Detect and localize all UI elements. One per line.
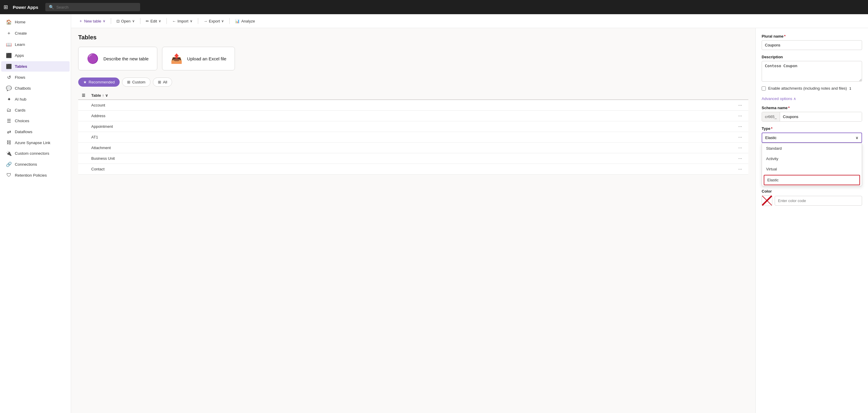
all-icon: ⊞ — [158, 80, 161, 84]
table-col-name[interactable]: Table ↑ ∨ — [91, 93, 745, 98]
table-row[interactable]: Contact ⋯ — [78, 164, 748, 175]
sidebar-item-home[interactable]: 🏠 Home — [1, 17, 70, 27]
row-more-icon[interactable]: ⋯ — [735, 156, 745, 161]
sidebar-item-azure-synapse[interactable]: ⛓ Azure Synapse Link — [1, 138, 70, 148]
sort-toggle-icon[interactable]: ∨ — [105, 93, 108, 98]
upload-excel-label: Upload an Excel file — [187, 56, 227, 61]
sidebar-item-ai-hub[interactable]: ✦ AI hub — [1, 94, 70, 104]
table-row[interactable]: Address ⋯ — [78, 111, 748, 121]
sidebar-item-label: Home — [15, 20, 26, 24]
description-textarea[interactable] — [762, 61, 862, 82]
cards-icon: 🗂 — [6, 107, 12, 113]
flows-icon: ↺ — [6, 74, 12, 80]
sidebar-item-retention-policies[interactable]: 🛡 Retention Policies — [1, 170, 70, 180]
describe-table-card[interactable]: 🟣 Describe the new table — [78, 47, 157, 70]
tab-all[interactable]: ⊞ All — [153, 77, 172, 87]
type-dropdown-trigger[interactable]: Elastic ∨ — [762, 133, 862, 143]
sidebar-item-dataflows[interactable]: ⇄ Dataflows — [1, 127, 70, 137]
sidebar-item-label: Apps — [15, 53, 24, 58]
tab-recommended[interactable]: ★ Recommended — [78, 77, 120, 87]
sidebar-item-create[interactable]: ＋ Create — [1, 28, 70, 39]
new-table-button[interactable]: ＋ New table ∨ — [76, 16, 108, 26]
sidebar-item-apps[interactable]: ⬛ Apps — [1, 50, 70, 61]
sidebar-item-tables[interactable]: ⬛ Tables — [1, 61, 70, 72]
custom-icon: ⊞ — [127, 80, 130, 84]
open-button[interactable]: ⊡ Open ∨ — [114, 17, 138, 25]
table-row[interactable]: Appointment ⋯ — [78, 121, 748, 132]
search-icon: 🔍 — [49, 5, 54, 9]
sidebar-item-label: Chatbots — [15, 86, 31, 91]
sidebar-item-label: AI hub — [15, 97, 26, 101]
grid-icon[interactable]: ⊞ — [4, 4, 8, 10]
chevron-up-icon: ∧ — [793, 97, 796, 101]
right-panel: Plural name* Description Enable attachme… — [755, 28, 868, 413]
toolbar-divider — [111, 18, 111, 24]
attachments-row: Enable attachments (including notes and … — [762, 86, 862, 91]
search-bar[interactable]: 🔍 — [45, 3, 140, 11]
plus-icon: ＋ — [79, 18, 83, 24]
schema-name-input[interactable] — [780, 112, 862, 121]
edit-icon: ✏ — [146, 19, 149, 23]
import-button[interactable]: ← Import ∨ — [169, 17, 195, 25]
toolbar-divider-3 — [166, 18, 167, 24]
plural-name-input[interactable] — [762, 40, 862, 50]
sidebar-item-label: Dataflows — [15, 130, 32, 134]
row-more-icon[interactable]: ⋯ — [735, 124, 745, 129]
upload-excel-card[interactable]: 📤 Upload an Excel file — [162, 47, 235, 70]
analyze-button[interactable]: 📊 Analyze — [232, 17, 258, 25]
row-more-icon[interactable]: ⋯ — [735, 114, 745, 118]
table-row[interactable]: AT1 ⋯ — [78, 132, 748, 143]
type-option-activity[interactable]: Activity — [762, 153, 862, 164]
row-more-icon[interactable]: ⋯ — [735, 145, 745, 150]
sidebar-item-flows[interactable]: ↺ Flows — [1, 72, 70, 82]
search-input[interactable] — [56, 5, 136, 9]
home-icon: 🏠 — [6, 19, 12, 25]
tables-content: Tables 🟣 Describe the new table 📤 Upload… — [71, 28, 755, 413]
sidebar-item-connections[interactable]: 🔗 Connections — [1, 159, 70, 170]
required-star: * — [784, 34, 786, 38]
edit-button[interactable]: ✏ Edit ∨ — [143, 17, 164, 25]
attachments-label: Enable attachments (including notes and … — [768, 86, 847, 91]
dropdown-chevron-icon: ∨ — [856, 136, 859, 140]
schema-prefix: cr665_ — [762, 112, 780, 121]
row-more-icon[interactable]: ⋯ — [735, 167, 745, 171]
sidebar-item-choices[interactable]: ☰ Choices — [1, 116, 70, 126]
advanced-options-toggle[interactable]: Advanced options ∧ — [762, 97, 796, 101]
sidebar-item-custom-connectors[interactable]: 🔌 Custom connectors — [1, 148, 70, 159]
type-option-virtual[interactable]: Virtual — [762, 164, 862, 174]
toolbar-divider-2 — [140, 18, 141, 24]
required-star-2: * — [788, 106, 789, 110]
sidebar-item-label: Connections — [15, 162, 37, 167]
card-options-row: 🟣 Describe the new table 📤 Upload an Exc… — [78, 47, 748, 70]
color-row — [762, 195, 862, 206]
sidebar-item-learn[interactable]: 📖 Learn — [1, 39, 70, 50]
type-dropdown: Elastic ∨ Standard Activity Virtual Elas… — [762, 133, 862, 143]
row-more-icon[interactable]: ⋯ — [735, 103, 745, 107]
type-option-standard[interactable]: Standard — [762, 143, 862, 153]
row-more-icon[interactable]: ⋯ — [735, 135, 745, 139]
table-row[interactable]: Account ⋯ — [78, 100, 748, 111]
tab-custom[interactable]: ⊞ Custom — [122, 77, 151, 87]
describe-icon: 🟣 — [87, 53, 99, 64]
azure-synapse-icon: ⛓ — [6, 140, 12, 145]
attachments-superscript: 1 — [849, 87, 851, 90]
open-icon: ⊡ — [117, 19, 120, 23]
attachments-checkbox[interactable] — [762, 87, 766, 91]
schema-name-row: cr665_ — [762, 112, 862, 122]
sidebar-item-chatbots[interactable]: 💬 Chatbots — [1, 83, 70, 94]
color-code-input[interactable] — [775, 196, 862, 206]
chevron-down-icon-3: ∨ — [158, 19, 161, 23]
export-icon: → — [204, 19, 207, 23]
table-row[interactable]: Business Unit ⋯ — [78, 153, 748, 164]
import-icon: ← — [172, 19, 176, 23]
layout: 🏠 Home ＋ Create 📖 Learn ⬛ Apps ⬛ Tables … — [0, 14, 868, 413]
ai-hub-icon: ✦ — [6, 97, 12, 102]
sidebar-item-cards[interactable]: 🗂 Cards — [1, 105, 70, 115]
row-select-icon: ☰ — [82, 93, 89, 98]
toolbar-divider-4 — [198, 18, 198, 24]
filter-tabs: ★ Recommended ⊞ Custom ⊞ All — [78, 77, 748, 87]
type-option-elastic[interactable]: Elastic — [764, 175, 860, 185]
table-row[interactable]: Attachment ⋯ — [78, 143, 748, 153]
export-button[interactable]: → Export ∨ — [200, 17, 227, 25]
color-swatch[interactable] — [762, 195, 772, 206]
